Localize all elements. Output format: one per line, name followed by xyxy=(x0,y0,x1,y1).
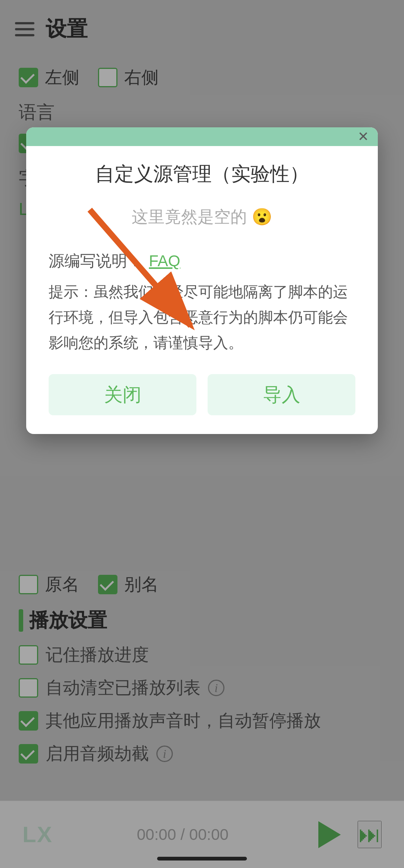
close-button[interactable]: 关闭 xyxy=(49,374,196,415)
dialog-buttons: 关闭 导入 xyxy=(49,374,355,415)
settings-page: 设置 左侧 右侧 语言 简体中文 English xyxy=(0,0,404,868)
dialog-empty-message: 这里竟然是空的 😮 xyxy=(49,206,355,228)
dialog-overlay: ✕ 自定义源管理（实验性） 这里竟然是空的 😮 源编写说明： FAQ 提示：虽然… xyxy=(0,0,404,868)
dialog-close-icon[interactable]: ✕ xyxy=(358,130,369,143)
custom-source-dialog: ✕ 自定义源管理（实验性） 这里竟然是空的 😮 源编写说明： FAQ 提示：虽然… xyxy=(26,127,378,434)
faq-label: 源编写说明： xyxy=(49,251,143,271)
dialog-title: 自定义源管理（实验性） xyxy=(49,161,355,187)
faq-link[interactable]: FAQ xyxy=(149,252,180,270)
dialog-body: 自定义源管理（实验性） 这里竟然是空的 😮 源编写说明： FAQ 提示：虽然我们… xyxy=(26,146,378,434)
faq-row: 源编写说明： FAQ xyxy=(49,251,355,271)
dialog-warning-text: 提示：虽然我们已经尽可能地隔离了脚本的运行环境，但导入包含恶意行为的脚本仍可能会… xyxy=(49,279,355,355)
dialog-header-bar: ✕ xyxy=(26,127,378,146)
import-button[interactable]: 导入 xyxy=(208,374,355,415)
